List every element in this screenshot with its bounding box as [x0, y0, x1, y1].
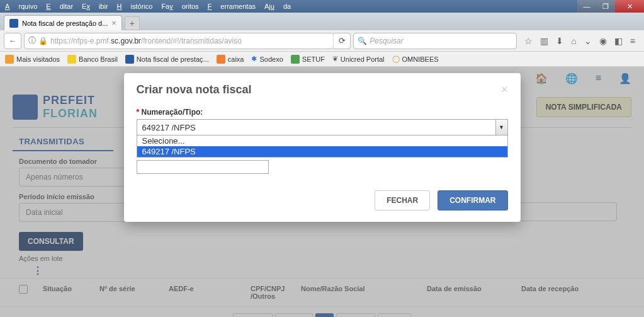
sync-icon[interactable]: ◉ — [599, 36, 607, 46]
numeracao-label: * Numeração/Tipo: — [137, 108, 508, 117]
menu-ajuda[interactable]: Ajuda — [264, 3, 291, 10]
bookmark-sodexo[interactable]: ✱Sodexo — [251, 55, 283, 63]
tab-favicon — [9, 19, 18, 28]
combo-option-1[interactable]: 649217 /NFPS — [137, 146, 507, 157]
combo-dropdown: Selecione... 649217 /NFPS — [137, 135, 508, 158]
url-bar[interactable]: ⓘ 🔒 https://nfps-e.pmf.sc.gov.br/fronten… — [24, 33, 334, 49]
lock-icon: 🔒 — [38, 37, 48, 45]
url-prefix: https://nfps-e.pmf. — [50, 37, 111, 45]
bookmark-mais-visitados[interactable]: Mais visitados — [5, 55, 60, 64]
tab-close-icon[interactable]: × — [111, 18, 116, 28]
tab-title: Nota fiscal de prestação d... — [22, 20, 108, 27]
new-tab-button[interactable]: + — [125, 16, 140, 30]
menu-historico[interactable]: Histórico — [117, 3, 153, 10]
menu-favoritos[interactable]: Favoritos — [161, 3, 198, 10]
window-maximize-button[interactable]: ❐ — [596, 0, 615, 13]
browser-tab-bar: Nota fiscal de prestação d... × + — [0, 13, 644, 30]
window-close-button[interactable]: ✕ — [615, 0, 644, 13]
browser-search-bar[interactable]: 🔍 Pesquisar — [353, 33, 517, 49]
bookmark-banco-brasil[interactable]: Banco Brasil — [67, 55, 118, 64]
bookmark-setuf[interactable]: SETUF — [291, 55, 325, 64]
window-minimize-button[interactable]: — — [577, 0, 596, 13]
info-icon: ⓘ — [28, 35, 36, 46]
browser-menubar: AArquivorquivo Editar Exibir Histórico F… — [0, 0, 644, 13]
modal-footer: FECHAR CONFIRMAR — [137, 190, 508, 210]
modal-close-icon[interactable]: × — [501, 83, 508, 96]
modal-title: Criar nova nota fiscal — [137, 83, 508, 96]
menu-arquivo[interactable]: AArquivorquivo — [5, 3, 37, 10]
criar-nota-modal: × Criar nova nota fiscal * Numeração/Tip… — [124, 73, 521, 222]
bookmark-omnibees[interactable]: ◯OMNIBEES — [392, 55, 439, 63]
modal-overlay: × Criar nova nota fiscal * Numeração/Tip… — [0, 67, 644, 317]
dropdown-arrow-icon[interactable]: ▼ — [495, 119, 508, 135]
page-content: 🏠 🌐 ≡ 👤 PREFEIT FLORIAN NOTA SIMPLIFICAD… — [0, 67, 644, 317]
addon-icon[interactable]: ◧ — [614, 36, 623, 46]
menu-exibir[interactable]: Exibir — [82, 3, 108, 10]
toolbar-icons: ☆ ▥ ⬇ ⌂ ⌄ ◉ ◧ ≡ — [519, 36, 640, 46]
menu-editar[interactable]: Editar — [46, 3, 73, 10]
hamburger-menu-icon[interactable]: ≡ — [630, 36, 635, 46]
back-button[interactable]: ← — [4, 33, 21, 49]
fechar-button[interactable]: FECHAR — [375, 190, 430, 210]
downloads-icon[interactable]: ⬇ — [556, 36, 563, 46]
browser-tab[interactable]: Nota fiscal de prestação d... × — [4, 15, 122, 30]
bookmark-nota-fiscal[interactable]: Nota fiscal de prestaç... — [125, 55, 209, 64]
combo-search-input[interactable] — [137, 160, 269, 174]
pocket-icon[interactable]: ⌄ — [584, 36, 592, 46]
bookmark-unicred[interactable]: ❦Unicred Portal — [332, 55, 385, 63]
url-host: sc.gov.br — [111, 37, 141, 45]
menu-ferramentas[interactable]: Ferramentas — [208, 3, 256, 10]
combo-option-placeholder[interactable]: Selecione... — [137, 135, 507, 146]
bookmark-star-icon[interactable]: ☆ — [524, 36, 533, 46]
numeracao-combobox[interactable]: 649217 /NFPS ▼ Selecione... 649217 /NFPS — [137, 119, 508, 174]
bookmark-caixa[interactable]: caixa — [217, 55, 244, 64]
reload-button[interactable]: ⟳ — [333, 33, 351, 49]
url-path: /frontend/#!/transmitidas/aviso — [141, 37, 242, 45]
search-placeholder: Pesquisar — [370, 37, 403, 45]
home-icon[interactable]: ⌂ — [571, 36, 576, 46]
confirmar-button[interactable]: CONFIRMAR — [438, 190, 507, 210]
browser-nav-bar: ← ⓘ 🔒 https://nfps-e.pmf.sc.gov.br/front… — [0, 30, 644, 52]
search-icon: 🔍 — [358, 37, 367, 45]
combo-selected-value: 649217 /NFPS — [137, 119, 508, 135]
reader-icon[interactable]: ▥ — [540, 36, 548, 46]
bookmarks-bar: Mais visitados Banco Brasil Nota fiscal … — [0, 52, 644, 67]
